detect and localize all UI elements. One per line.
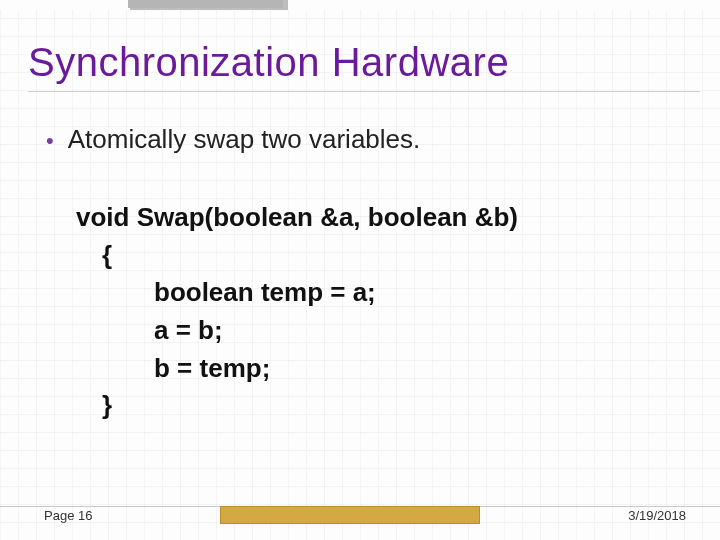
- footer-accent-box: [220, 506, 480, 524]
- code-block: void Swap(boolean &a, boolean &b) { bool…: [76, 199, 700, 425]
- code-line-2: a = b;: [154, 312, 700, 350]
- page-number: Page 16: [44, 508, 92, 523]
- code-line-3: b = temp;: [154, 350, 700, 388]
- code-open-brace: {: [102, 237, 700, 275]
- bullet-item: • Atomically swap two variables.: [46, 124, 700, 155]
- bullet-icon: •: [46, 130, 54, 152]
- slide-date: 3/19/2018: [628, 508, 686, 523]
- bullet-text: Atomically swap two variables.: [68, 124, 421, 155]
- code-signature: void Swap(boolean &a, boolean &b): [76, 199, 700, 237]
- code-line-1: boolean temp = a;: [154, 274, 700, 312]
- footer: Page 16 3/19/2018: [0, 506, 720, 528]
- code-close-brace: }: [102, 387, 700, 425]
- slide-content: Synchronization Hardware • Atomically sw…: [0, 0, 720, 540]
- slide-title: Synchronization Hardware: [28, 40, 700, 92]
